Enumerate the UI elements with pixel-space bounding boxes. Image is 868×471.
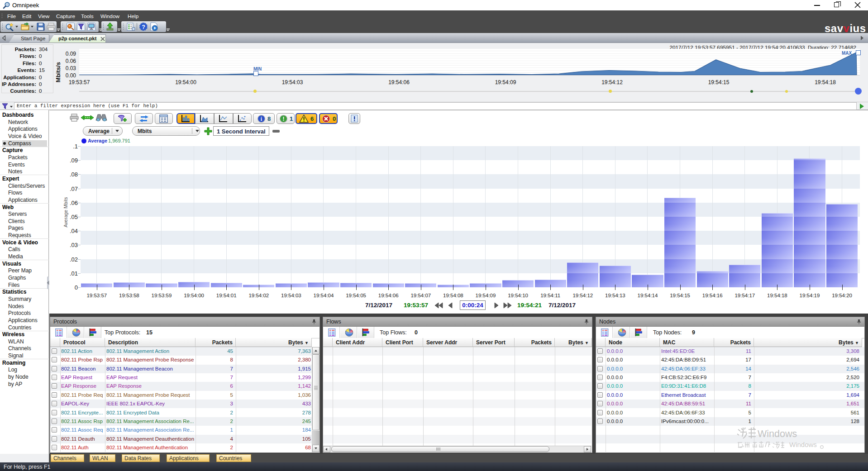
- svg-text:?: ?: [142, 24, 145, 30]
- svg-text:Windows: Windows: [789, 441, 817, 448]
- svg-text:Windows: Windows: [758, 428, 797, 439]
- svg-text:!: !: [283, 116, 285, 122]
